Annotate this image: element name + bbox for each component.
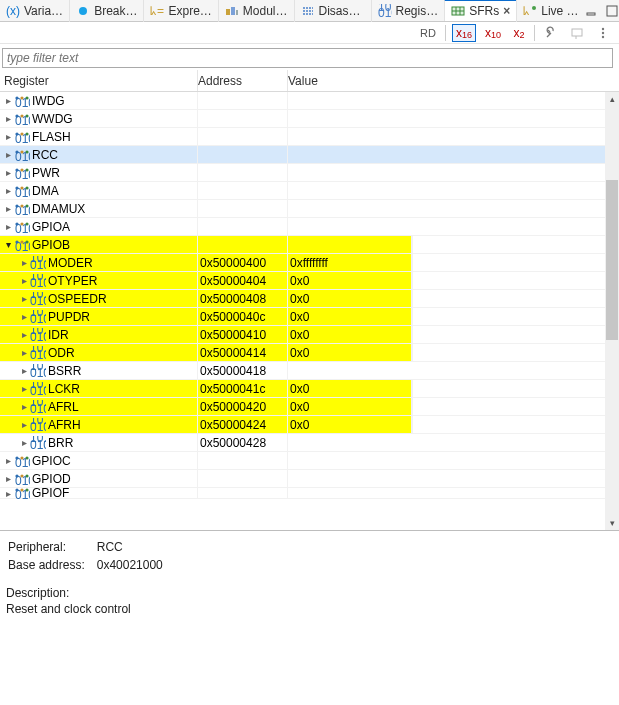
svg-rect-15	[607, 6, 617, 16]
vertical-scrollbar[interactable]: ▴ ▾	[605, 92, 619, 530]
chevron-right-icon[interactable]: ▸	[18, 293, 30, 304]
register-row[interactable]: ▸10100101OTYPER0x500004040x0	[0, 272, 619, 290]
view-menu-icon[interactable]	[593, 24, 613, 42]
register-row[interactable]: ▸10100101ODR0x500004140x0	[0, 344, 619, 362]
row-address	[198, 128, 288, 145]
peripheral-row[interactable]: ▸0101GPIOF	[0, 488, 619, 499]
svg-text:0101: 0101	[15, 132, 30, 144]
svg-text:0101: 0101	[30, 348, 46, 360]
column-header-address[interactable]: Address	[198, 70, 288, 91]
register-icon: 10100101	[30, 346, 46, 360]
svg-point-19	[602, 35, 604, 37]
close-icon[interactable]: ×	[503, 4, 510, 18]
chevron-right-icon[interactable]: ▸	[18, 365, 30, 376]
peripheral-row[interactable]: ▸0101GPIOC	[0, 452, 619, 470]
peripheral-row[interactable]: ▸0101FLASH	[0, 128, 619, 146]
register-icon: 10100101	[30, 274, 46, 288]
scroll-track[interactable]	[605, 106, 619, 516]
column-header-register[interactable]: Register	[0, 70, 198, 91]
peripheral-row[interactable]: ▸0101WWDG	[0, 110, 619, 128]
chevron-right-icon[interactable]: ▸	[2, 221, 14, 232]
peripheral-row[interactable]: ▸0101RCC	[0, 146, 619, 164]
svg-rect-16	[572, 29, 582, 36]
tab-breakpoints[interactable]: Break…	[69, 0, 143, 22]
chevron-right-icon[interactable]: ▸	[18, 347, 30, 358]
register-row[interactable]: ▸10100101AFRH0x500004240x0	[0, 416, 619, 434]
chevron-right-icon[interactable]: ▸	[18, 437, 30, 448]
svg-text:0101: 0101	[15, 222, 30, 234]
register-row[interactable]: ▸10100101LCKR0x5000041c0x0	[0, 380, 619, 398]
register-row[interactable]: ▸10100101OSPEEDR0x500004080x0	[0, 290, 619, 308]
minimize-icon[interactable]	[585, 4, 599, 18]
tree-area: ▸0101IWDG▸0101WWDG▸0101FLASH▸0101RCC▸010…	[0, 92, 619, 531]
tab-modules[interactable]: Modul…	[218, 0, 294, 22]
chevron-right-icon[interactable]: ▸	[2, 488, 14, 499]
column-header-row: Register Address Value	[0, 70, 619, 92]
chevron-right-icon[interactable]: ▸	[2, 203, 14, 214]
chevron-right-icon[interactable]: ▸	[2, 95, 14, 106]
chevron-right-icon[interactable]: ▸	[2, 167, 14, 178]
chevron-right-icon[interactable]: ▸	[2, 149, 14, 160]
tab-sfrs[interactable]: SFRs ×	[444, 0, 516, 21]
chevron-right-icon[interactable]: ▸	[2, 455, 14, 466]
scroll-thumb[interactable]	[606, 180, 618, 340]
tab-variables[interactable]: (x)= Varia…	[0, 0, 69, 22]
chevron-right-icon[interactable]: ▸	[18, 257, 30, 268]
chevron-right-icon[interactable]: ▸	[18, 419, 30, 430]
register-row[interactable]: ▸10100101PUPDR0x5000040c0x0	[0, 308, 619, 326]
row-address	[198, 110, 288, 127]
tab-expressions[interactable]: ᖾ= Expre…	[143, 0, 217, 22]
chevron-right-icon[interactable]: ▸	[2, 473, 14, 484]
peripheral-row[interactable]: ▾0101GPIOB	[0, 236, 619, 254]
chevron-down-icon[interactable]: ▾	[2, 239, 14, 250]
tab-registers[interactable]: 10100101 Regis…	[371, 0, 445, 22]
scroll-up-icon[interactable]: ▴	[605, 92, 619, 106]
peripheral-row[interactable]: ▸0101DMA	[0, 182, 619, 200]
tools-icon[interactable]	[541, 24, 561, 42]
register-row[interactable]: ▸10100101IDR0x500004100x0	[0, 326, 619, 344]
pin-icon[interactable]	[567, 24, 587, 42]
peripheral-row[interactable]: ▸0101PWR	[0, 164, 619, 182]
row-label: IDR	[48, 328, 69, 342]
chevron-right-icon[interactable]: ▸	[18, 401, 30, 412]
column-header-value[interactable]: Value	[288, 70, 619, 91]
register-row[interactable]: ▸10100101BRR0x50000428	[0, 434, 619, 452]
register-row[interactable]: ▸10100101BSRR0x50000418	[0, 362, 619, 380]
peripheral-row[interactable]: ▸0101GPIOA	[0, 218, 619, 236]
peripheral-row[interactable]: ▸0101DMAMUX	[0, 200, 619, 218]
detail-description-value: Reset and clock control	[6, 601, 613, 617]
scroll-down-icon[interactable]: ▾	[605, 516, 619, 530]
register-icon: 10100101	[30, 400, 46, 414]
chevron-right-icon[interactable]: ▸	[18, 311, 30, 322]
register-icon: 10100101	[30, 328, 46, 342]
row-label: FLASH	[32, 130, 71, 144]
row-value	[288, 470, 619, 487]
chevron-right-icon[interactable]: ▸	[18, 329, 30, 340]
row-value	[288, 164, 619, 181]
row-address: 0x50000418	[198, 362, 288, 379]
chevron-right-icon[interactable]: ▸	[18, 383, 30, 394]
row-label: GPIOF	[32, 486, 69, 500]
chevron-right-icon[interactable]: ▸	[2, 113, 14, 124]
divider	[534, 25, 535, 41]
radix-10-button[interactable]: x10	[482, 24, 504, 42]
maximize-icon[interactable]	[605, 4, 619, 18]
peripheral-row[interactable]: ▸0101IWDG	[0, 92, 619, 110]
tab-live[interactable]: ᖾ Live …	[516, 0, 584, 22]
peripheral-row[interactable]: ▸0101GPIOD	[0, 470, 619, 488]
chevron-right-icon[interactable]: ▸	[18, 275, 30, 286]
filter-input[interactable]	[2, 48, 613, 68]
peripheral-icon: 0101	[14, 184, 30, 198]
register-row[interactable]: ▸10100101AFRL0x500004200x0	[0, 398, 619, 416]
chevron-right-icon[interactable]: ▸	[2, 131, 14, 142]
tab-disassembly[interactable]: Disass…	[294, 0, 371, 22]
row-address: 0x50000424	[198, 416, 288, 433]
register-tree[interactable]: ▸0101IWDG▸0101WWDG▸0101FLASH▸0101RCC▸010…	[0, 92, 619, 530]
read-button[interactable]: RD	[417, 24, 439, 42]
modules-icon	[225, 4, 239, 18]
register-row[interactable]: ▸10100101MODER0x500004000xffffffff	[0, 254, 619, 272]
radix-2-button[interactable]: x2	[510, 24, 528, 42]
radix-16-button[interactable]: x16	[452, 24, 476, 42]
svg-text:0101: 0101	[15, 114, 30, 126]
chevron-right-icon[interactable]: ▸	[2, 185, 14, 196]
